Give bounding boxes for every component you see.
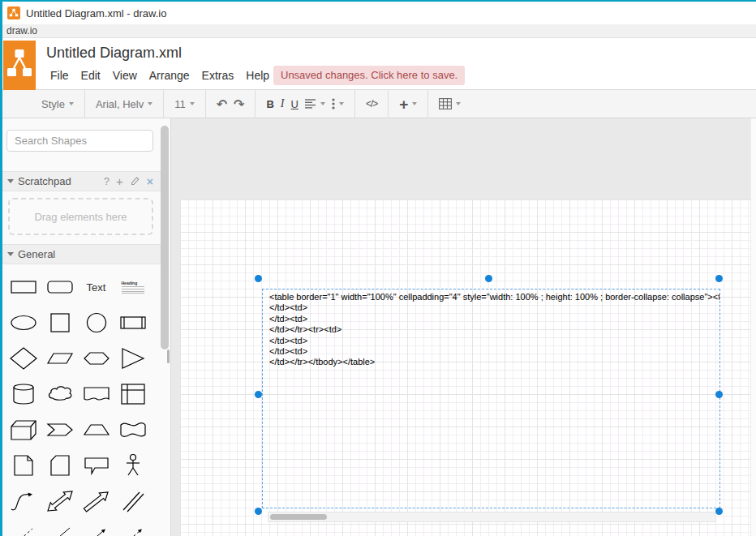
window-border-left <box>0 0 2 536</box>
horizontal-align-dropdown[interactable] <box>302 99 329 109</box>
redo-button[interactable]: ↷ <box>230 96 247 112</box>
toolbar-separator <box>163 90 164 118</box>
shape-hexagon[interactable] <box>78 341 114 376</box>
selection-handle-middle-right[interactable] <box>715 391 723 398</box>
shape-link[interactable] <box>114 483 151 519</box>
shape-square[interactable] <box>41 305 78 341</box>
shapes-sidebar: Scratchpad ? + × Drag elements here Gene… <box>2 118 170 536</box>
selection-handle-top-middle[interactable] <box>485 275 492 282</box>
shape-tape[interactable] <box>114 412 151 448</box>
shape-cloud[interactable] <box>41 376 78 412</box>
chevron-down-icon <box>69 102 74 105</box>
chevron-down-icon <box>190 102 195 105</box>
toolbar-separator <box>388 90 389 118</box>
shape-text[interactable]: Text <box>78 269 114 305</box>
search-input[interactable] <box>7 135 157 147</box>
element-horizontal-scrollbar[interactable] <box>268 512 716 522</box>
shape-triangle[interactable] <box>114 341 151 376</box>
menu-view[interactable]: View <box>113 69 137 82</box>
drawio-app-window: Untitled Diagram.xml - draw.io draw.io U… <box>0 0 756 536</box>
style-dropdown-label: Style <box>41 98 65 110</box>
selection-handle-bottom-left[interactable] <box>255 508 262 515</box>
selection-handle-top-right[interactable] <box>715 275 723 282</box>
shape-dashed-directional-connector[interactable] <box>114 519 151 536</box>
italic-button[interactable]: I <box>277 97 288 110</box>
vertical-align-dropdown[interactable] <box>329 98 347 109</box>
selection-handle-top-left[interactable] <box>255 275 262 282</box>
collapse-triangle-icon <box>7 252 14 256</box>
sidebar-collapse-grip[interactable] <box>167 349 170 363</box>
shape-ellipse[interactable] <box>5 305 41 341</box>
scratchpad-edit-icon[interactable] <box>130 176 140 187</box>
shape-process[interactable] <box>114 305 151 341</box>
font-family-dropdown[interactable]: Arial, Helv <box>92 98 156 110</box>
shape-step[interactable] <box>41 412 78 448</box>
shape-line[interactable] <box>41 519 78 536</box>
shape-diamond[interactable] <box>5 341 41 376</box>
toolbar-separator <box>427 90 428 118</box>
shape-trapezoid[interactable] <box>78 412 114 448</box>
shape-cube[interactable] <box>5 412 41 448</box>
canvas-vertical-scrollbar[interactable] <box>750 118 756 536</box>
sidebar-scrollbar[interactable] <box>161 126 169 349</box>
shape-callout[interactable] <box>78 448 114 483</box>
menu-bar: File Edit View Arrange Extras Help <box>50 69 269 82</box>
underline-button[interactable]: U <box>288 98 302 110</box>
menu-extras[interactable]: Extras <box>202 69 234 82</box>
shape-note[interactable] <box>5 448 41 483</box>
shape-textbox[interactable]: Heading <box>114 269 151 305</box>
style-dropdown[interactable]: Style <box>38 98 77 110</box>
chevron-down-icon <box>320 102 325 105</box>
header: Untitled Diagram.xml File Edit View Arra… <box>2 38 756 90</box>
table-dropdown[interactable] <box>436 98 464 109</box>
shape-arrow[interactable] <box>78 483 114 519</box>
drawio-logo-icon <box>3 41 36 90</box>
shape-document[interactable] <box>78 376 114 412</box>
drawio-logo <box>3 41 36 90</box>
menu-arrange[interactable]: Arrange <box>149 69 190 82</box>
unsaved-changes-banner[interactable]: Unsaved changes. Click here to save. <box>273 66 465 85</box>
underline-icon: U <box>291 98 299 110</box>
bold-icon: B <box>266 98 273 110</box>
undo-button[interactable]: ↶ <box>213 96 230 112</box>
window-title: Untitled Diagram.xml - draw.io <box>26 7 166 19</box>
drawio-app-icon <box>7 6 20 19</box>
scratchpad-help-icon[interactable]: ? <box>104 175 110 187</box>
bold-button[interactable]: B <box>263 98 277 110</box>
menu-help[interactable]: Help <box>246 69 269 82</box>
shape-bidirectional-arrow[interactable] <box>41 483 78 519</box>
selection-handle-bottom-right[interactable] <box>715 508 723 515</box>
shape-internal-storage[interactable] <box>114 376 151 412</box>
font-family-value: Arial, Helv <box>96 98 144 110</box>
font-size-dropdown[interactable]: 11 <box>171 98 198 110</box>
html-code-button[interactable]: </> <box>363 98 380 109</box>
diagram-canvas[interactable]: <table border="1" width="100%" cellpaddi… <box>171 118 756 536</box>
selection-handle-middle-left[interactable] <box>255 391 262 398</box>
scratchpad-drop-area[interactable]: Drag elements here <box>8 198 153 235</box>
chevron-down-icon <box>456 102 461 105</box>
selected-table-element[interactable]: <table border="1" width="100%" cellpaddi… <box>262 289 720 508</box>
table-grid-icon <box>439 98 452 109</box>
shape-cylinder[interactable] <box>5 376 41 412</box>
shape-card[interactable] <box>41 448 78 483</box>
shape-rounded-rectangle[interactable] <box>41 269 78 305</box>
scratchpad-section-header[interactable]: Scratchpad ? + × <box>2 171 161 191</box>
menu-edit[interactable]: Edit <box>81 69 101 82</box>
element-scrollbar-thumb[interactable] <box>270 514 327 520</box>
scratchpad-add-icon[interactable]: + <box>116 174 123 188</box>
general-section-header[interactable]: General <box>2 244 161 264</box>
tab-drawio[interactable]: draw.io <box>6 25 37 36</box>
shape-actor[interactable] <box>114 448 151 483</box>
shape-circle[interactable] <box>78 305 114 341</box>
shape-curve[interactable] <box>5 483 41 519</box>
shape-rectangle[interactable] <box>5 269 41 305</box>
shape-directional-connector[interactable] <box>78 519 114 536</box>
insert-dropdown[interactable]: + <box>396 96 420 112</box>
redo-icon: ↷ <box>234 96 244 112</box>
undo-icon: ↶ <box>217 96 227 112</box>
shape-parallelogram[interactable] <box>41 341 78 376</box>
menu-file[interactable]: File <box>50 69 69 82</box>
shape-dashed-line[interactable] <box>5 519 41 536</box>
scratchpad-close-icon[interactable]: × <box>147 175 153 188</box>
shape-palette: Text Heading <box>5 269 152 536</box>
